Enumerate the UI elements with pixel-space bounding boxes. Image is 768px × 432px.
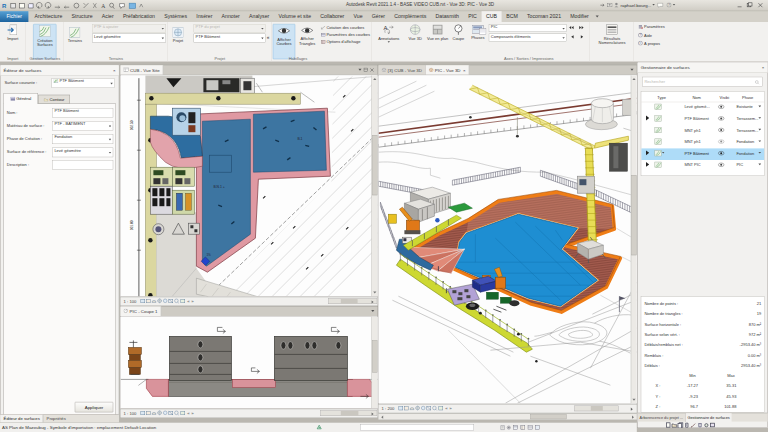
- svg-text:101.88: 101.88: [724, 404, 737, 409]
- svg-text:102.50: 102.50: [130, 120, 134, 130]
- svg-text:Fondation: Fondation: [736, 151, 754, 156]
- svg-text:19: 19: [757, 311, 762, 316]
- svg-text:-9.23: -9.23: [689, 394, 699, 399]
- svg-text:2953.40 m³: 2953.40 m³: [741, 363, 762, 368]
- svg-text:Déblais :: Déblais :: [644, 363, 660, 368]
- svg-text:Remblais :: Remblais :: [644, 353, 663, 358]
- svg-text:45.93: 45.93: [726, 394, 737, 399]
- svg-text:Y :: Y :: [656, 394, 661, 399]
- svg-text:X :: X :: [656, 383, 661, 388]
- svg-text:PIC: PIC: [736, 162, 743, 167]
- svg-text:Visibi: Visibi: [720, 95, 730, 100]
- svg-text:101.00: 101.00: [130, 220, 134, 230]
- svg-text:972 m²: 972 m²: [749, 332, 762, 337]
- svg-text:«: «: [445, 406, 448, 411]
- svg-text:Terrassem...: Terrassem...: [736, 128, 758, 133]
- svg-text:PTF Bâtiment: PTF Bâtiment: [684, 151, 709, 156]
- svg-text:Terrassem...: Terrassem...: [736, 116, 758, 121]
- svg-text:Nom: Nom: [692, 95, 701, 100]
- svg-text:A: A: [101, 3, 105, 9]
- svg-text:Phase: Phase: [742, 95, 754, 100]
- svg-text:Max: Max: [727, 373, 735, 378]
- svg-text:96.7: 96.7: [690, 404, 699, 409]
- svg-text:PTF Bâtiment: PTF Bâtiment: [684, 116, 709, 121]
- svg-text:Fondation: Fondation: [736, 139, 754, 144]
- svg-text:MNT ph1: MNT ph1: [684, 128, 701, 133]
- svg-text:?: ?: [639, 33, 641, 37]
- svg-text:MNT ph1: MNT ph1: [684, 139, 701, 144]
- svg-text:»: »: [191, 299, 194, 304]
- svg-text:B.N.1 +: B.N.1 +: [213, 185, 224, 189]
- svg-text:21: 21: [757, 301, 762, 306]
- svg-text:870 m²: 870 m²: [749, 322, 762, 327]
- svg-text:Déblais/remblais net :: Déblais/remblais net :: [644, 342, 682, 347]
- svg-text:Surface selon vért. :: Surface selon vért. :: [644, 332, 680, 337]
- svg-text:R: R: [2, 3, 7, 9]
- svg-text:Nombre de points :: Nombre de points :: [644, 301, 678, 306]
- svg-text:Min: Min: [689, 373, 695, 378]
- svg-text:»: »: [191, 411, 194, 416]
- svg-text:1%: 1%: [206, 253, 211, 257]
- svg-text:0.00 m³: 0.00 m³: [748, 353, 762, 358]
- svg-text:B.1: B.1: [297, 137, 302, 141]
- svg-text:Z :: Z :: [656, 404, 661, 409]
- svg-text:«: «: [187, 411, 190, 416]
- svg-text:Existante: Existante: [736, 104, 753, 109]
- svg-text:MNT PIC: MNT PIC: [684, 162, 700, 167]
- svg-text:35.31: 35.31: [726, 383, 737, 388]
- svg-text:Type: Type: [657, 95, 666, 100]
- svg-text:»: »: [449, 406, 452, 411]
- svg-text:?: ?: [668, 3, 670, 7]
- svg-text:Nombre de triangles :: Nombre de triangles :: [644, 311, 682, 316]
- svg-text:Levé géomè...: Levé géomè...: [684, 104, 709, 109]
- svg-text:-2953.40 m³: -2953.40 m³: [740, 342, 762, 347]
- svg-text:«: «: [187, 299, 190, 304]
- svg-text:Surface horizontale :: Surface horizontale :: [644, 322, 681, 327]
- svg-text:-17.27: -17.27: [687, 383, 699, 388]
- svg-text:i: i: [640, 41, 641, 45]
